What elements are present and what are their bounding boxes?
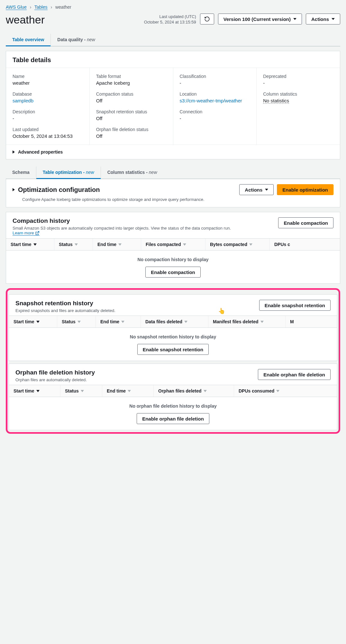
name-value: weather xyxy=(13,80,83,86)
snapshot-table-header: Start time Status End time Data files de… xyxy=(9,316,337,328)
optimization-config-desc: Configure Apache Iceberg table optimizat… xyxy=(6,197,340,207)
caret-down-icon xyxy=(265,189,268,191)
table-details-panel: Table details Nameweather Databasesample… xyxy=(6,51,340,159)
classification-label: Classification xyxy=(180,74,250,79)
last-updated-value: October 5, 2024 at 13:04:53 xyxy=(13,133,83,139)
col-status[interactable]: Status xyxy=(57,316,96,327)
compaction-history-desc: Small Amazon S3 objects are automaticall… xyxy=(13,226,231,231)
col-start-time[interactable]: Start time xyxy=(9,385,60,397)
advanced-properties-toggle[interactable]: Advanced properties xyxy=(6,145,340,159)
actions-button[interactable]: Actions xyxy=(306,14,340,24)
description-value: - xyxy=(13,116,83,121)
sort-icon xyxy=(121,321,124,323)
tab-schema[interactable]: Schema xyxy=(6,166,36,179)
sort-icon xyxy=(184,321,187,323)
colstats-label: Column statistics xyxy=(263,91,333,97)
compaction-empty-msg: No compaction history to display xyxy=(6,251,340,267)
last-updated-value: October 5, 2024 at 13:15:59 xyxy=(144,20,196,25)
enable-compaction-button[interactable]: Enable compaction xyxy=(278,217,333,228)
colstats-value[interactable]: No statistics xyxy=(263,98,289,104)
deprecated-value: - xyxy=(263,80,333,86)
chevron-right-icon: › xyxy=(50,5,52,10)
tab-data-quality-label: Data quality - xyxy=(57,37,87,42)
compaction-status-label: Compaction status xyxy=(96,91,167,97)
col-end-time[interactable]: End time xyxy=(93,239,141,250)
sort-icon xyxy=(276,390,279,392)
classification-value: - xyxy=(180,80,250,86)
sort-icon xyxy=(75,243,78,246)
deprecated-label: Deprecated xyxy=(263,74,333,79)
snapshot-history-panel: Snapshot retention history Expired snaps… xyxy=(9,294,337,361)
enable-compaction-button-inline[interactable]: Enable compaction xyxy=(145,267,201,278)
learn-more-link[interactable]: Learn more xyxy=(13,231,40,236)
last-updated-label: Last updated (UTC) xyxy=(144,14,196,20)
tab-table-overview[interactable]: Table overview xyxy=(6,34,51,46)
sort-desc-icon xyxy=(33,243,37,246)
caret-right-icon xyxy=(13,150,15,154)
page-title: weather xyxy=(6,14,45,26)
optimization-actions-button[interactable]: Actions xyxy=(239,184,274,195)
connection-label: Connection xyxy=(180,109,250,114)
actions-label: Actions xyxy=(311,16,329,22)
sort-desc-icon xyxy=(36,321,40,323)
compaction-table-header: Start time Status End time Files compact… xyxy=(6,238,340,251)
last-updated-label: Last updated xyxy=(13,127,83,132)
col-end-time[interactable]: End time xyxy=(96,316,141,327)
snapshot-status-label: Snapshot retention status xyxy=(96,109,167,114)
caret-right-icon[interactable] xyxy=(13,188,15,191)
sort-icon xyxy=(128,390,131,392)
col-orphan-files-deleted[interactable]: Orphan files deleted xyxy=(154,385,234,397)
new-badge: new xyxy=(87,37,95,42)
sort-icon xyxy=(204,390,207,392)
col-start-time[interactable]: Start time xyxy=(9,316,57,327)
tab-colstats-label: Column statistics - xyxy=(107,170,149,175)
orphan-history-title: Orphan file deletion history xyxy=(15,369,258,376)
breadcrumb-root[interactable]: AWS Glue xyxy=(6,5,27,10)
col-end-time[interactable]: End time xyxy=(102,385,154,397)
enable-snapshot-button[interactable]: Enable snapshot retention xyxy=(259,300,331,311)
format-label: Table format xyxy=(96,74,167,79)
sort-icon xyxy=(260,321,264,323)
col-start-time[interactable]: Start time xyxy=(6,239,54,250)
sort-icon xyxy=(183,243,186,246)
breadcrumb-current: weather xyxy=(55,5,71,10)
col-files-compacted[interactable]: Files compacted xyxy=(141,239,205,250)
name-label: Name xyxy=(13,74,83,79)
chevron-right-icon: › xyxy=(30,5,32,10)
col-data-files-deleted[interactable]: Data files deleted xyxy=(141,316,208,327)
version-select-button[interactable]: Version 100 (Current version) xyxy=(218,14,302,24)
advanced-properties-label: Advanced properties xyxy=(18,149,63,155)
tab-data-quality[interactable]: Data quality - new xyxy=(51,34,101,46)
col-manifest-files-deleted[interactable]: Manifest files deleted xyxy=(208,316,286,327)
enable-orphan-button[interactable]: Enable orphan file deletion xyxy=(258,369,331,380)
sort-icon xyxy=(81,390,84,392)
enable-optimization-button[interactable]: Enable optimization xyxy=(277,184,333,195)
location-label: Location xyxy=(180,91,250,97)
database-link[interactable]: sampledb xyxy=(13,98,33,103)
col-status[interactable]: Status xyxy=(60,385,102,397)
main-tabs: Table overview Data quality - new xyxy=(6,34,340,46)
col-dpus-consumed[interactable]: DPUs consumed xyxy=(234,385,337,397)
snapshot-empty-msg: No snapshot retention history to display xyxy=(9,328,337,344)
last-updated-block: Last updated (UTC) October 5, 2024 at 13… xyxy=(144,14,196,25)
breadcrumb-tables[interactable]: Tables xyxy=(34,5,47,10)
enable-snapshot-button-inline[interactable]: Enable snapshot retention xyxy=(137,344,209,355)
sort-icon xyxy=(249,243,252,246)
enable-orphan-button-inline[interactable]: Enable orphan file deletion xyxy=(137,413,209,424)
refresh-button[interactable] xyxy=(200,14,214,24)
optimization-config-panel: Optimization configuration Actions Enabl… xyxy=(6,179,340,207)
compaction-history-title: Compaction history xyxy=(13,217,278,224)
new-badge: new xyxy=(149,170,157,175)
tab-column-statistics[interactable]: Column statistics - new xyxy=(101,166,164,179)
location-link[interactable]: s3://cm-weather-tmp/weather xyxy=(180,98,242,103)
orphan-status-value: Off xyxy=(96,133,167,139)
col-dpus[interactable]: DPUs c xyxy=(270,239,340,250)
compaction-history-panel: Compaction history Small Amazon S3 objec… xyxy=(6,212,340,284)
database-label: Database xyxy=(13,91,83,97)
col-more[interactable]: M xyxy=(286,316,337,327)
tab-table-optimization[interactable]: Table optimization - new xyxy=(36,166,101,179)
connection-value: - xyxy=(180,116,250,121)
col-status[interactable]: Status xyxy=(54,239,93,250)
col-bytes-compacted[interactable]: Bytes compacted xyxy=(205,239,270,250)
orphan-status-label: Orphan file deletion status xyxy=(96,127,167,132)
